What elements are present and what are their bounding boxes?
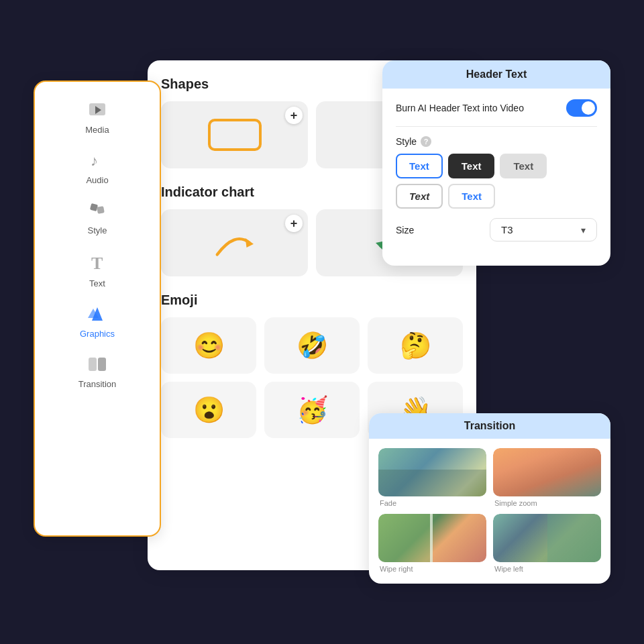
sidebar-item-graphics-label: Graphics (80, 329, 115, 339)
transition-thumb-fade (378, 448, 486, 496)
sidebar-item-style-label: Style (88, 225, 107, 235)
style-btn-blue[interactable]: Text (448, 184, 495, 209)
emoji-section-title: Emoji (161, 292, 463, 308)
style-options: Text Text Text Text Text (396, 154, 597, 209)
media-icon (88, 101, 107, 122)
size-label: Size (396, 225, 414, 235)
style-row: Style ? Text Text Text Text Text (396, 136, 597, 209)
transition-popup-title: Transition (464, 420, 515, 431)
svg-rect-8 (89, 358, 97, 371)
audio-icon: ♪ (88, 151, 107, 172)
header-text-popup-header: Header Text (382, 60, 610, 89)
sidebar-item-transition-label: Transition (78, 379, 117, 389)
transition-thumb-zoom (493, 448, 601, 496)
sidebar-item-text[interactable]: T Text (50, 246, 144, 294)
size-value: T3 (501, 224, 513, 235)
transition-popup: Transition Fade Simple zoom Wipe right W… (369, 413, 610, 584)
style-icon (88, 201, 107, 223)
sidebar-item-media-label: Media (85, 125, 109, 135)
svg-rect-3 (90, 203, 98, 211)
emoji-item-4[interactable]: 🥳 (264, 382, 360, 438)
transition-item-simple-zoom[interactable]: Simple zoom (493, 448, 601, 507)
sidebar-item-media[interactable]: Media (50, 95, 144, 140)
emoji-item-0[interactable]: 😊 (161, 317, 256, 374)
header-text-popup: Header Text Burn AI Header Text into Vid… (382, 60, 610, 266)
size-chevron-icon: ▾ (581, 225, 586, 235)
burn-label: Burn AI Header Text into Video (396, 103, 524, 113)
transition-item-wipe-left[interactable]: Wipe left (493, 514, 601, 573)
header-text-popup-body: Burn AI Header Text into Video Style ? T… (382, 89, 610, 252)
transition-icon (87, 355, 107, 376)
style-help-icon[interactable]: ? (421, 136, 431, 147)
shape-add-button[interactable]: + (285, 107, 303, 124)
sidebar-item-audio[interactable]: ♪ Audio (50, 146, 144, 191)
svg-text:T: T (91, 254, 103, 273)
transition-label-fade: Fade (378, 499, 486, 507)
transition-item-fade[interactable]: Fade (378, 448, 486, 507)
sidebar-item-audio-label: Audio (86, 175, 108, 185)
sidebar-item-graphics[interactable]: Graphics (50, 299, 144, 344)
size-row: Size T3 ▾ (396, 218, 597, 241)
shape-item-rect[interactable]: + (161, 101, 308, 168)
svg-marker-11 (245, 238, 253, 248)
transition-item-wipe-right[interactable]: Wipe right (378, 514, 486, 573)
burn-row: Burn AI Header Text into Video (396, 99, 597, 127)
sidebar: Media ♪ Audio Style (34, 80, 161, 537)
shape-rect-icon (208, 119, 262, 151)
style-btn-gray[interactable]: Text (500, 154, 547, 178)
svg-rect-9 (98, 358, 106, 371)
transition-thumb-wipe-right (378, 514, 486, 562)
emoji-item-3[interactable]: 😮 (161, 382, 256, 438)
transition-label-wipe-right: Wipe right (378, 565, 486, 573)
emoji-item-2[interactable]: 🤔 (368, 317, 463, 374)
svg-text:♪: ♪ (91, 152, 98, 169)
indicator-item-arrow-right[interactable]: + (161, 209, 308, 276)
header-text-title: Header Text (466, 68, 527, 80)
transitions-grid: Fade Simple zoom Wipe right Wipe left (369, 439, 610, 573)
transition-popup-header: Transition (369, 413, 610, 439)
transition-label-zoom: Simple zoom (493, 499, 601, 507)
indicator-add-button[interactable]: + (285, 215, 303, 232)
style-btn-dark[interactable]: Text (448, 154, 495, 178)
emoji-item-1[interactable]: 🤣 (264, 317, 360, 374)
text-icon: T (88, 252, 107, 276)
size-select[interactable]: T3 ▾ (490, 218, 597, 241)
style-label: Style ? (396, 136, 597, 147)
sidebar-item-transition[interactable]: Transition (50, 350, 144, 394)
sidebar-item-text-label: Text (89, 278, 105, 288)
style-btn-plain[interactable]: Text (396, 154, 443, 178)
transition-thumb-wipe-left (493, 514, 601, 562)
arrow-right-svg (211, 223, 258, 263)
sidebar-item-style[interactable]: Style (50, 196, 144, 241)
svg-rect-4 (97, 206, 105, 214)
transition-label-wipe-left: Wipe left (493, 565, 601, 573)
burn-toggle[interactable] (566, 99, 597, 117)
style-btn-outline[interactable]: Text (396, 184, 443, 209)
graphics-icon (87, 305, 108, 326)
